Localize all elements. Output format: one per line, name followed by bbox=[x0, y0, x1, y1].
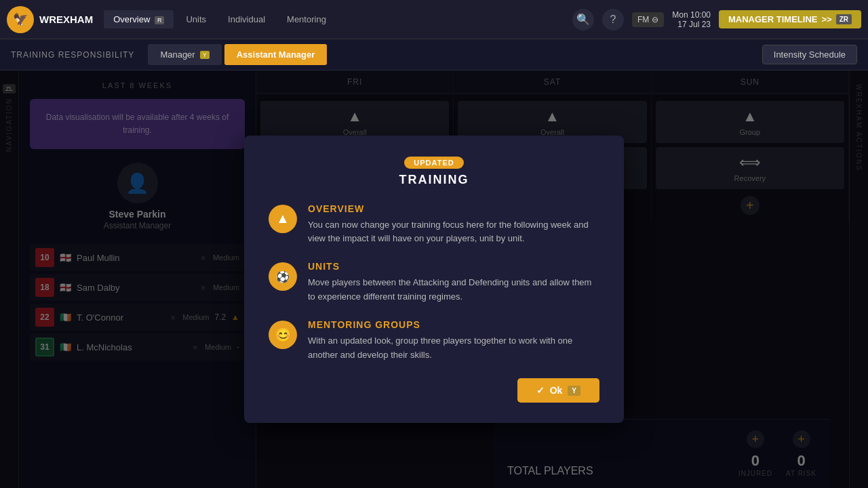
modal-badge: UPDATED bbox=[269, 156, 599, 169]
modal-overlay[interactable]: UPDATED TRAINING ▲ OVERVIEW You can now … bbox=[0, 70, 868, 488]
top-bar-right: 🔍 ? FM ⊖ Mon 10:00 17 Jul 23 MANAGER TIM… bbox=[572, 9, 861, 30]
mentoring-section-content: MENTORING GROUPS With an updated look, g… bbox=[308, 319, 599, 363]
mentoring-heading: MENTORING GROUPS bbox=[308, 319, 599, 330]
ok-button[interactable]: ✓ Ok Y bbox=[517, 378, 599, 403]
modal-section-units: ⚽ UNITS Move players between the Attacki… bbox=[269, 261, 599, 304]
search-button[interactable]: 🔍 bbox=[572, 9, 594, 30]
units-section-icon: ⚽ bbox=[269, 262, 297, 291]
modal-footer: ✓ Ok Y bbox=[269, 378, 599, 403]
club-name: WREXHAM bbox=[39, 14, 93, 25]
club-badge: 🦅 bbox=[7, 6, 34, 33]
club-badge-icon: 🦅 bbox=[13, 12, 28, 27]
mentoring-text: With an updated look, group three player… bbox=[308, 334, 599, 363]
units-section-content: UNITS Move players between the Attacking… bbox=[308, 261, 599, 304]
main-content: ZL NAVIGATION LAST 8 WEEKS Data visualis… bbox=[0, 70, 868, 488]
ok-y-badge: Y bbox=[568, 386, 580, 396]
mentoring-section-icon: 😊 bbox=[269, 321, 297, 349]
tab-manager[interactable]: Manager Y bbox=[148, 44, 221, 65]
tab-overview-badge: R bbox=[155, 16, 165, 24]
datetime: Mon 10:00 17 Jul 23 bbox=[672, 10, 711, 29]
units-heading: UNITS bbox=[308, 261, 599, 272]
modal-section-overview: ▲ OVERVIEW You can now change your train… bbox=[269, 203, 599, 247]
manager-timeline-chevron-icon: >> bbox=[821, 14, 831, 24]
subtabs-bar: TRAINING RESPONSIBILITY Manager Y Assist… bbox=[0, 39, 868, 70]
overview-section-content: OVERVIEW You can now change your trainin… bbox=[308, 203, 599, 247]
tab-assistant-manager[interactable]: Assistant Manager bbox=[224, 44, 328, 65]
ok-checkmark-icon: ✓ bbox=[536, 385, 545, 396]
tab-units[interactable]: Units bbox=[176, 10, 216, 28]
tab-mentoring[interactable]: Mentoring bbox=[277, 10, 336, 28]
training-responsibility-label: TRAINING RESPONSIBILITY bbox=[11, 50, 134, 60]
nav-tabs: Overview R Units Individual Mentoring bbox=[104, 10, 336, 28]
updated-badge: UPDATED bbox=[404, 157, 463, 169]
modal-title: TRAINING bbox=[269, 173, 599, 187]
training-updated-modal: UPDATED TRAINING ▲ OVERVIEW You can now … bbox=[244, 136, 624, 424]
tab-individual[interactable]: Individual bbox=[218, 10, 275, 28]
top-bar: 🦅 WREXHAM Overview R Units Individual Me… bbox=[0, 0, 868, 39]
manager-tab-badge: Y bbox=[200, 51, 210, 59]
overview-section-icon: ▲ bbox=[269, 205, 297, 233]
overview-heading: OVERVIEW bbox=[308, 203, 599, 214]
overview-text: You can now change your training focus h… bbox=[308, 218, 599, 247]
help-button[interactable]: ? bbox=[602, 9, 624, 30]
modal-section-mentoring: 😊 MENTORING GROUPS With an updated look,… bbox=[269, 319, 599, 363]
tab-overview[interactable]: Overview R bbox=[104, 10, 174, 28]
manager-timeline-button[interactable]: MANAGER TIMELINE >> ZR bbox=[719, 10, 861, 28]
fm-badge: FM ⊖ bbox=[632, 12, 664, 27]
intensity-schedule-button[interactable]: Intensity Schedule bbox=[762, 45, 857, 64]
units-text: Move players between the Attacking and D… bbox=[308, 276, 599, 304]
